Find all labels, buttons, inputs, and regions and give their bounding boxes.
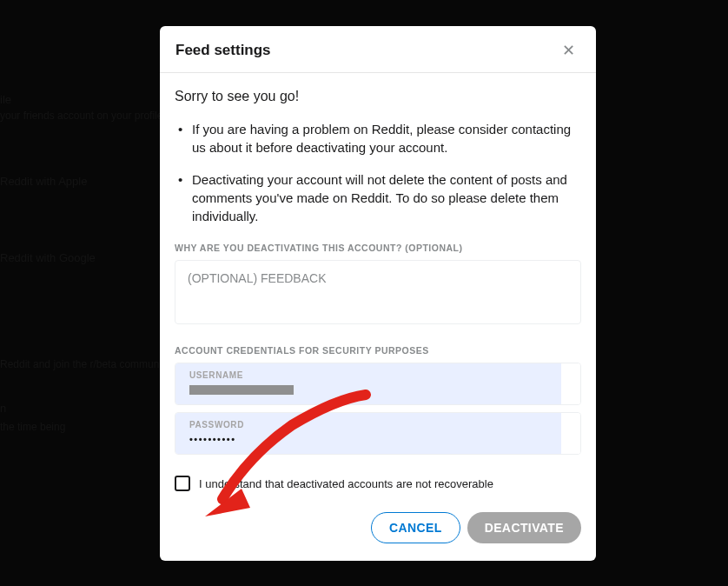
modal-title: Feed settings xyxy=(175,42,271,59)
deactivate-button[interactable]: DEACTIVATE xyxy=(467,512,581,543)
credentials-label: ACCOUNT CREDENTIALS FOR SECURITY PURPOSE… xyxy=(175,345,581,356)
feed-settings-modal: Feed settings ✕ Sorry to see you go! If … xyxy=(160,26,596,561)
button-row: CANCEL DEACTIVATE xyxy=(175,512,581,543)
info-bullet: If you are having a problem on Reddit, p… xyxy=(175,120,581,156)
username-redacted xyxy=(189,385,294,395)
understand-checkbox-row[interactable]: I understand that deactivated accounts a… xyxy=(175,476,581,491)
sorry-heading: Sorry to see you go! xyxy=(175,89,581,104)
password-dots: •••••••••• xyxy=(189,434,236,444)
info-list: If you are having a problem on Reddit, p… xyxy=(175,120,581,225)
modal-header: Feed settings ✕ xyxy=(160,26,596,73)
modal-body: Sorry to see you go! If you are having a… xyxy=(160,73,596,561)
close-icon[interactable]: ✕ xyxy=(562,41,575,60)
field-right-space xyxy=(561,413,580,454)
info-bullet: Deactivating your account will not delet… xyxy=(175,170,581,225)
password-field[interactable]: PASSWORD •••••••••• xyxy=(175,412,581,455)
username-value xyxy=(189,383,547,396)
why-label: WHY ARE YOU DEACTIVATING THIS ACCOUNT? (… xyxy=(175,243,581,253)
checkbox-label: I understand that deactivated accounts a… xyxy=(199,477,493,490)
password-label: PASSWORD xyxy=(189,420,547,430)
password-value: •••••••••• xyxy=(189,433,547,445)
username-field[interactable]: USERNAME xyxy=(175,363,581,405)
username-label: USERNAME xyxy=(189,370,547,380)
understand-checkbox[interactable] xyxy=(175,476,190,491)
cancel-button[interactable]: CANCEL xyxy=(371,512,460,543)
field-right-space xyxy=(561,363,580,404)
feedback-textarea[interactable] xyxy=(175,260,581,324)
